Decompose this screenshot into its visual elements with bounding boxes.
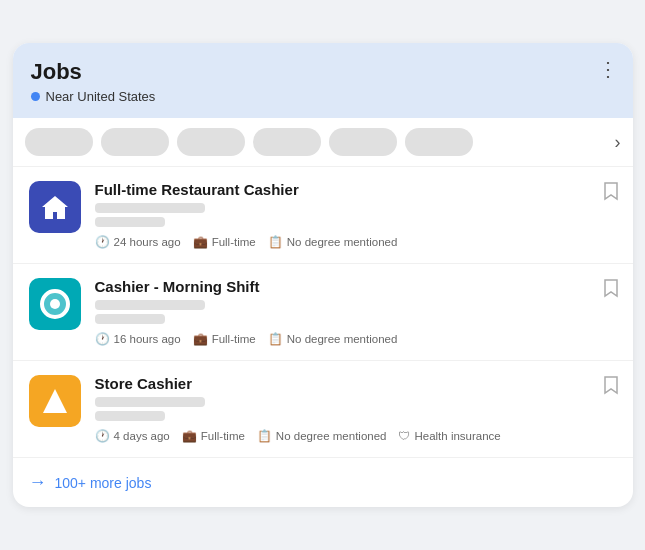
time-ago-3: 4 days ago: [114, 430, 170, 442]
location-text: Near United States: [46, 89, 156, 104]
filter-bar: ›: [13, 118, 633, 167]
page-title: Jobs: [31, 59, 615, 85]
filter-pill-6[interactable]: [405, 128, 473, 156]
degree-icon-2: 📋: [268, 332, 283, 346]
location-dot-icon: [31, 92, 40, 101]
header-more-button[interactable]: ⋮: [598, 57, 619, 81]
teal-ring-icon: [39, 288, 71, 320]
employment-type-3: Full-time: [201, 430, 245, 442]
employment-meta-2: 💼 Full-time: [193, 332, 256, 346]
list-item[interactable]: Cashier - Morning Shift 🕐 16 hours ago 💼…: [13, 264, 633, 361]
company-skeleton-2: [95, 300, 205, 310]
cone-icon: [41, 387, 69, 415]
time-meta-1: 🕐 24 hours ago: [95, 235, 181, 249]
benefit-3: Health insurance: [414, 430, 500, 442]
job-info-2: Cashier - Morning Shift 🕐 16 hours ago 💼…: [95, 278, 617, 346]
degree-3: No degree mentioned: [276, 430, 387, 442]
job-logo-1: [29, 181, 81, 233]
job-info-1: Full-time Restaurant Cashier 🕐 24 hours …: [95, 181, 617, 249]
filter-pill-1[interactable]: [25, 128, 93, 156]
bookmark-button-3[interactable]: [603, 375, 619, 400]
job-logo-3: [29, 375, 81, 427]
company-skeleton-1: [95, 203, 205, 213]
job-meta-3: 🕐 4 days ago 💼 Full-time 📋 No degree men…: [95, 429, 617, 443]
filter-pill-2[interactable]: [101, 128, 169, 156]
job-title-3: Store Cashier: [95, 375, 617, 392]
time-meta-2: 🕐 16 hours ago: [95, 332, 181, 346]
clock-icon-3: 🕐: [95, 429, 110, 443]
company-skeleton-3: [95, 397, 205, 407]
degree-meta-3: 📋 No degree mentioned: [257, 429, 387, 443]
more-jobs-button[interactable]: 100+ more jobs: [55, 475, 152, 491]
degree-icon-3: 📋: [257, 429, 272, 443]
jobs-card: Jobs Near United States ⋮ › Full-time Re…: [13, 43, 633, 507]
degree-1: No degree mentioned: [287, 236, 398, 248]
location-row: Near United States: [31, 89, 615, 104]
briefcase-icon-1: 💼: [193, 235, 208, 249]
filter-scroll-right-button[interactable]: ›: [615, 132, 621, 153]
job-info-3: Store Cashier 🕐 4 days ago 💼 Full-time 📋…: [95, 375, 617, 443]
job-title-2: Cashier - Morning Shift: [95, 278, 617, 295]
degree-2: No degree mentioned: [287, 333, 398, 345]
employment-meta-3: 💼 Full-time: [182, 429, 245, 443]
clock-icon-2: 🕐: [95, 332, 110, 346]
clock-icon-1: 🕐: [95, 235, 110, 249]
time-ago-1: 24 hours ago: [114, 236, 181, 248]
briefcase-icon-3: 💼: [182, 429, 197, 443]
more-jobs-arrow-icon: →: [29, 472, 47, 493]
job-meta-1: 🕐 24 hours ago 💼 Full-time 📋 No degree m…: [95, 235, 617, 249]
bookmark-button-2[interactable]: [603, 278, 619, 303]
job-list: Full-time Restaurant Cashier 🕐 24 hours …: [13, 167, 633, 458]
degree-meta-2: 📋 No degree mentioned: [268, 332, 398, 346]
location-skeleton-1: [95, 217, 165, 227]
location-skeleton-2: [95, 314, 165, 324]
svg-marker-0: [42, 196, 68, 219]
svg-point-3: [50, 299, 60, 309]
employment-meta-1: 💼 Full-time: [193, 235, 256, 249]
job-logo-2: [29, 278, 81, 330]
time-ago-2: 16 hours ago: [114, 333, 181, 345]
degree-meta-1: 📋 No degree mentioned: [268, 235, 398, 249]
job-title-1: Full-time Restaurant Cashier: [95, 181, 617, 198]
header: Jobs Near United States ⋮: [13, 43, 633, 118]
benefit-meta-3: 🛡 Health insurance: [398, 429, 500, 443]
list-item[interactable]: Full-time Restaurant Cashier 🕐 24 hours …: [13, 167, 633, 264]
briefcase-icon-2: 💼: [193, 332, 208, 346]
bookmark-button-1[interactable]: [603, 181, 619, 206]
degree-icon-1: 📋: [268, 235, 283, 249]
filter-pill-4[interactable]: [253, 128, 321, 156]
filter-pill-5[interactable]: [329, 128, 397, 156]
time-meta-3: 🕐 4 days ago: [95, 429, 170, 443]
filter-pill-3[interactable]: [177, 128, 245, 156]
more-jobs-row[interactable]: → 100+ more jobs: [13, 458, 633, 507]
employment-type-2: Full-time: [212, 333, 256, 345]
house-icon: [40, 192, 70, 222]
svg-marker-4: [43, 389, 67, 413]
location-skeleton-3: [95, 411, 165, 421]
employment-type-1: Full-time: [212, 236, 256, 248]
job-meta-2: 🕐 16 hours ago 💼 Full-time 📋 No degree m…: [95, 332, 617, 346]
shield-icon-3: 🛡: [398, 429, 410, 443]
list-item[interactable]: Store Cashier 🕐 4 days ago 💼 Full-time 📋…: [13, 361, 633, 458]
